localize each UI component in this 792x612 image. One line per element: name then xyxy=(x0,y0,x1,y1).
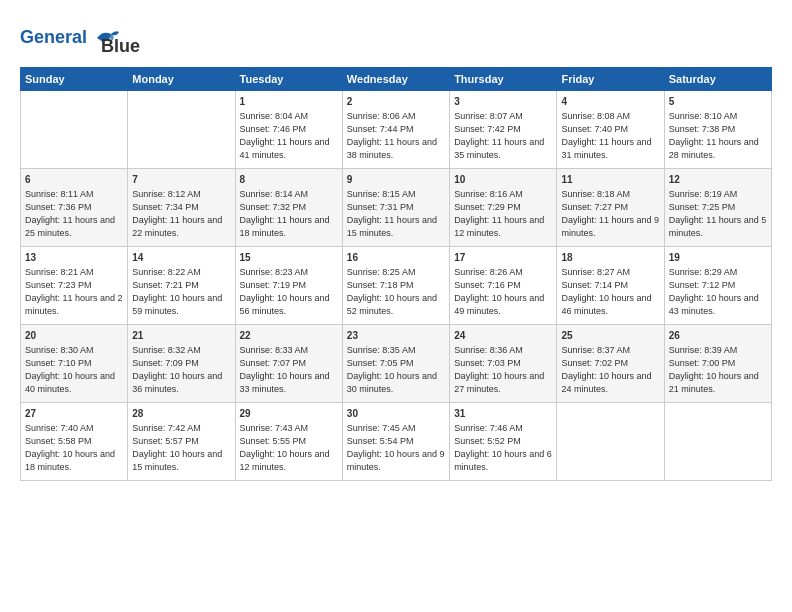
day-number: 15 xyxy=(240,251,338,266)
day-number: 21 xyxy=(132,329,230,344)
sunset-text: Sunset: 7:05 PM xyxy=(347,358,414,368)
day-number: 11 xyxy=(561,173,659,188)
daylight-text: Daylight: 11 hours and 18 minutes. xyxy=(240,215,330,238)
sunrise-text: Sunrise: 8:30 AM xyxy=(25,345,94,355)
daylight-text: Daylight: 10 hours and 21 minutes. xyxy=(669,371,759,394)
sunrise-text: Sunrise: 8:18 AM xyxy=(561,189,630,199)
day-number: 31 xyxy=(454,407,552,422)
sunrise-text: Sunrise: 7:40 AM xyxy=(25,423,94,433)
calendar-week-row: 27Sunrise: 7:40 AMSunset: 5:58 PMDayligh… xyxy=(21,402,772,480)
logo-general: General xyxy=(20,27,87,47)
calendar-cell: 30Sunrise: 7:45 AMSunset: 5:54 PMDayligh… xyxy=(342,402,449,480)
daylight-text: Daylight: 11 hours and 41 minutes. xyxy=(240,137,330,160)
day-number: 17 xyxy=(454,251,552,266)
sunrise-text: Sunrise: 8:22 AM xyxy=(132,267,201,277)
day-number: 23 xyxy=(347,329,445,344)
sunset-text: Sunset: 7:42 PM xyxy=(454,124,521,134)
day-number: 25 xyxy=(561,329,659,344)
day-of-week-header: Tuesday xyxy=(235,67,342,90)
sunrise-text: Sunrise: 8:19 AM xyxy=(669,189,738,199)
daylight-text: Daylight: 10 hours and 52 minutes. xyxy=(347,293,437,316)
daylight-text: Daylight: 10 hours and 49 minutes. xyxy=(454,293,544,316)
calendar-cell: 9Sunrise: 8:15 AMSunset: 7:31 PMDaylight… xyxy=(342,168,449,246)
daylight-text: Daylight: 10 hours and 43 minutes. xyxy=(669,293,759,316)
sunrise-text: Sunrise: 8:23 AM xyxy=(240,267,309,277)
calendar-cell: 19Sunrise: 8:29 AMSunset: 7:12 PMDayligh… xyxy=(664,246,771,324)
day-number: 5 xyxy=(669,95,767,110)
sunset-text: Sunset: 5:52 PM xyxy=(454,436,521,446)
daylight-text: Daylight: 11 hours and 31 minutes. xyxy=(561,137,651,160)
calendar-week-row: 6Sunrise: 8:11 AMSunset: 7:36 PMDaylight… xyxy=(21,168,772,246)
calendar-header: SundayMondayTuesdayWednesdayThursdayFrid… xyxy=(21,67,772,90)
sunrise-text: Sunrise: 8:33 AM xyxy=(240,345,309,355)
sunset-text: Sunset: 7:31 PM xyxy=(347,202,414,212)
sunset-text: Sunset: 7:34 PM xyxy=(132,202,199,212)
sunset-text: Sunset: 7:46 PM xyxy=(240,124,307,134)
day-number: 3 xyxy=(454,95,552,110)
day-of-week-header: Thursday xyxy=(450,67,557,90)
sunrise-text: Sunrise: 7:43 AM xyxy=(240,423,309,433)
calendar-cell: 2Sunrise: 8:06 AMSunset: 7:44 PMDaylight… xyxy=(342,90,449,168)
day-number: 29 xyxy=(240,407,338,422)
sunset-text: Sunset: 7:29 PM xyxy=(454,202,521,212)
sunset-text: Sunset: 5:58 PM xyxy=(25,436,92,446)
calendar-cell: 25Sunrise: 8:37 AMSunset: 7:02 PMDayligh… xyxy=(557,324,664,402)
day-number: 16 xyxy=(347,251,445,266)
day-number: 9 xyxy=(347,173,445,188)
sunset-text: Sunset: 5:54 PM xyxy=(347,436,414,446)
day-number: 14 xyxy=(132,251,230,266)
day-number: 7 xyxy=(132,173,230,188)
calendar-cell: 17Sunrise: 8:26 AMSunset: 7:16 PMDayligh… xyxy=(450,246,557,324)
daylight-text: Daylight: 11 hours and 9 minutes. xyxy=(561,215,659,238)
calendar-table: SundayMondayTuesdayWednesdayThursdayFrid… xyxy=(20,67,772,481)
sunrise-text: Sunrise: 8:12 AM xyxy=(132,189,201,199)
daylight-text: Daylight: 10 hours and 9 minutes. xyxy=(347,449,445,472)
calendar-cell: 3Sunrise: 8:07 AMSunset: 7:42 PMDaylight… xyxy=(450,90,557,168)
daylight-text: Daylight: 10 hours and 36 minutes. xyxy=(132,371,222,394)
sunset-text: Sunset: 7:32 PM xyxy=(240,202,307,212)
sunrise-text: Sunrise: 8:35 AM xyxy=(347,345,416,355)
calendar-cell: 8Sunrise: 8:14 AMSunset: 7:32 PMDaylight… xyxy=(235,168,342,246)
calendar-week-row: 13Sunrise: 8:21 AMSunset: 7:23 PMDayligh… xyxy=(21,246,772,324)
sunset-text: Sunset: 7:21 PM xyxy=(132,280,199,290)
sunrise-text: Sunrise: 8:11 AM xyxy=(25,189,94,199)
day-number: 13 xyxy=(25,251,123,266)
calendar-cell: 5Sunrise: 8:10 AMSunset: 7:38 PMDaylight… xyxy=(664,90,771,168)
sunrise-text: Sunrise: 8:14 AM xyxy=(240,189,309,199)
sunset-text: Sunset: 7:16 PM xyxy=(454,280,521,290)
calendar-cell: 15Sunrise: 8:23 AMSunset: 7:19 PMDayligh… xyxy=(235,246,342,324)
sunset-text: Sunset: 7:14 PM xyxy=(561,280,628,290)
sunset-text: Sunset: 7:12 PM xyxy=(669,280,736,290)
calendar-cell: 11Sunrise: 8:18 AMSunset: 7:27 PMDayligh… xyxy=(557,168,664,246)
calendar-cell: 24Sunrise: 8:36 AMSunset: 7:03 PMDayligh… xyxy=(450,324,557,402)
calendar-cell: 1Sunrise: 8:04 AMSunset: 7:46 PMDaylight… xyxy=(235,90,342,168)
daylight-text: Daylight: 11 hours and 12 minutes. xyxy=(454,215,544,238)
day-of-week-header: Friday xyxy=(557,67,664,90)
calendar-cell: 26Sunrise: 8:39 AMSunset: 7:00 PMDayligh… xyxy=(664,324,771,402)
calendar-cell: 4Sunrise: 8:08 AMSunset: 7:40 PMDaylight… xyxy=(557,90,664,168)
sunrise-text: Sunrise: 8:25 AM xyxy=(347,267,416,277)
sunrise-text: Sunrise: 8:21 AM xyxy=(25,267,94,277)
daylight-text: Daylight: 10 hours and 46 minutes. xyxy=(561,293,651,316)
calendar-cell: 29Sunrise: 7:43 AMSunset: 5:55 PMDayligh… xyxy=(235,402,342,480)
daylight-text: Daylight: 10 hours and 12 minutes. xyxy=(240,449,330,472)
sunset-text: Sunset: 7:23 PM xyxy=(25,280,92,290)
daylight-text: Daylight: 10 hours and 33 minutes. xyxy=(240,371,330,394)
calendar-cell: 20Sunrise: 8:30 AMSunset: 7:10 PMDayligh… xyxy=(21,324,128,402)
day-number: 2 xyxy=(347,95,445,110)
day-of-week-header: Monday xyxy=(128,67,235,90)
day-number: 10 xyxy=(454,173,552,188)
sunrise-text: Sunrise: 7:46 AM xyxy=(454,423,523,433)
calendar-cell: 23Sunrise: 8:35 AMSunset: 7:05 PMDayligh… xyxy=(342,324,449,402)
sunset-text: Sunset: 7:10 PM xyxy=(25,358,92,368)
sunrise-text: Sunrise: 8:04 AM xyxy=(240,111,309,121)
sunset-text: Sunset: 7:40 PM xyxy=(561,124,628,134)
calendar-cell: 7Sunrise: 8:12 AMSunset: 7:34 PMDaylight… xyxy=(128,168,235,246)
sunrise-text: Sunrise: 8:10 AM xyxy=(669,111,738,121)
sunset-text: Sunset: 7:36 PM xyxy=(25,202,92,212)
sunrise-text: Sunrise: 8:36 AM xyxy=(454,345,523,355)
calendar-cell: 31Sunrise: 7:46 AMSunset: 5:52 PMDayligh… xyxy=(450,402,557,480)
calendar-week-row: 20Sunrise: 8:30 AMSunset: 7:10 PMDayligh… xyxy=(21,324,772,402)
sunrise-text: Sunrise: 8:32 AM xyxy=(132,345,201,355)
daylight-text: Daylight: 11 hours and 28 minutes. xyxy=(669,137,759,160)
